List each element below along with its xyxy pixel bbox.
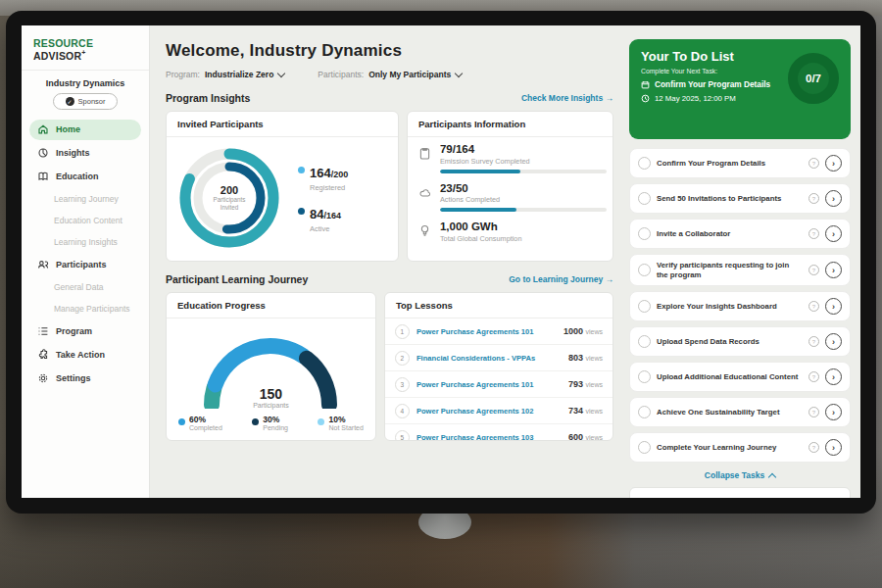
sidebar-item-participants[interactable]: Participants	[29, 255, 141, 275]
collapse-tasks-label: Collapse Tasks	[705, 470, 764, 480]
sidebar-item-learning-insights[interactable]: Learning Insights	[29, 233, 141, 252]
chevron-right-button[interactable]: ›	[825, 368, 842, 385]
sidebar-item-take-action[interactable]: Take Action	[29, 345, 141, 366]
lesson-link[interactable]: Power Purchase Agreements 103	[416, 433, 568, 442]
task-checkbox[interactable]	[638, 157, 651, 170]
legend-dot	[318, 418, 324, 425]
sidebar-item-home[interactable]: Home	[29, 120, 141, 140]
info-icon[interactable]: ?	[808, 193, 819, 204]
info-icon[interactable]: ?	[808, 442, 819, 453]
task-item[interactable]: Confirm Your Program Details ? ›	[629, 148, 851, 178]
check-more-insights-link[interactable]: Check More Insights →	[521, 93, 613, 103]
task-item[interactable]: Verify participants requesting to join t…	[629, 254, 851, 286]
gear-icon	[37, 372, 49, 384]
info-icon[interactable]: ?	[808, 336, 819, 347]
lesson-link[interactable]: Power Purchase Agreements 101	[416, 327, 564, 336]
task-item[interactable]: Invite a Collaborator ? ›	[629, 219, 851, 249]
info-icon[interactable]: ?	[808, 228, 819, 239]
info-icon[interactable]: ?	[808, 265, 819, 275]
recent-news-card: Recent News	[629, 487, 851, 498]
lesson-link[interactable]: Power Purchase Agreements 101	[416, 380, 568, 389]
todo-task-list: Confirm Your Program Details ? › Send 50…	[629, 148, 851, 463]
task-item[interactable]: Complete Your Learning Journey ? ›	[629, 432, 851, 463]
go-to-learning-journey-link[interactable]: Go to Learning Journey →	[509, 274, 613, 284]
task-checkbox[interactable]	[638, 264, 651, 276]
sidebar-item-label: Home	[56, 124, 80, 134]
app-logo: RESOURCE ADVISOR+	[22, 33, 149, 71]
task-checkbox[interactable]	[638, 406, 651, 418]
chevron-right-button[interactable]: ›	[825, 404, 842, 420]
task-label: Confirm Your Program Details	[657, 159, 803, 169]
info-icon[interactable]: ?	[808, 407, 819, 417]
program-dropdown[interactable]: Program: Industrialize Zero	[166, 70, 284, 79]
task-item[interactable]: Upload Spend Data Records ? ›	[629, 326, 851, 357]
task-checkbox[interactable]	[638, 441, 651, 454]
lesson-link[interactable]: Financial Considerations - VPPAs	[416, 354, 568, 363]
donut-center-value: 200	[220, 184, 238, 196]
participants-dropdown[interactable]: Participants: Only My Participants	[318, 70, 462, 79]
info-icon[interactable]: ?	[808, 371, 819, 382]
section-title: Program Insights	[166, 92, 250, 104]
sidebar-item-manage-participants[interactable]: Manage Participants	[29, 300, 141, 318]
task-checkbox[interactable]	[638, 335, 651, 348]
gauge-legend: 60% Completed 30% Pending 10% Not Starte…	[176, 409, 366, 431]
sidebar-item-education[interactable]: Education	[29, 167, 141, 187]
sidebar-item-education-content[interactable]: Education Content	[29, 212, 141, 230]
info-icon[interactable]: ?	[808, 301, 819, 312]
progress-bar	[440, 208, 607, 212]
sidebar-item-label: General Data	[54, 282, 104, 292]
sidebar-item-learning-journey[interactable]: Learning Journey	[29, 190, 141, 209]
sidebar-item-settings[interactable]: Settings	[29, 368, 141, 389]
collapse-tasks-link[interactable]: Collapse Tasks	[629, 470, 851, 480]
education-progress-card: Education Progress 150 Participants 60%	[166, 292, 376, 441]
chevron-right-button[interactable]: ›	[825, 155, 842, 172]
section-title: Participant Learning Journey	[166, 273, 308, 285]
task-item[interactable]: Upload Additional Educational Content ? …	[629, 362, 851, 392]
sidebar-item-general-data[interactable]: General Data	[29, 278, 141, 297]
sponsor-badge[interactable]: ✓ Sponsor	[53, 93, 118, 110]
task-checkbox[interactable]	[638, 370, 651, 383]
task-item[interactable]: Explore Your Insights Dashboard ? ›	[629, 291, 851, 321]
list-icon	[37, 325, 49, 337]
donut-center-label: 200 Participants Invited	[174, 143, 284, 253]
info-icon[interactable]: ?	[808, 158, 819, 169]
task-item[interactable]: Achieve One Sustainability Target ? ›	[629, 397, 851, 427]
calendar-icon	[641, 80, 650, 89]
chevron-right-button[interactable]: ›	[825, 190, 842, 207]
clock-icon	[641, 94, 650, 103]
legend-item-pending: 30% Pending	[252, 416, 288, 431]
sidebar-item-insights[interactable]: Insights	[29, 143, 141, 164]
chevron-right-button[interactable]: ›	[825, 298, 842, 315]
task-label: Invite a Collaborator	[657, 229, 803, 239]
stat-emission-survey: 79/164 Emission Survey Completed	[419, 143, 601, 173]
task-checkbox[interactable]	[638, 300, 651, 313]
chevron-right-button[interactable]: ›	[825, 333, 842, 350]
org-name: Industry Dynamics	[22, 78, 149, 88]
task-checkbox[interactable]	[638, 227, 651, 240]
chevron-right-button[interactable]: ›	[825, 225, 842, 242]
recent-news-title: Recent News	[641, 496, 839, 498]
stat-actions-completed: 23/50 Actions Completed	[419, 182, 601, 213]
chevron-down-icon	[277, 69, 285, 76]
task-label: Complete Your Learning Journey	[657, 443, 803, 453]
task-item[interactable]: Send 50 Invitations to Participants ? ›	[629, 183, 851, 214]
progress-fill	[440, 170, 520, 173]
lesson-views-word: views	[585, 328, 603, 335]
top-lessons-card: Top Lessons 1 Power Purchase Agreements …	[384, 292, 613, 441]
chevron-right-button[interactable]: ›	[825, 439, 842, 456]
lesson-views-count: 734	[568, 406, 583, 416]
participants-label: Participants:	[318, 70, 364, 79]
education-gauge-chart: 150 Participants	[187, 324, 354, 409]
lesson-link[interactable]: Power Purchase Agreements 102	[416, 407, 568, 416]
sidebar-item-program[interactable]: Program	[29, 321, 141, 342]
lesson-views-word: views	[585, 381, 603, 388]
lesson-row: 5 Power Purchase Agreements 103 600 view…	[385, 424, 612, 441]
stat-value: 79/164	[440, 143, 607, 156]
chevron-right-button[interactable]: ›	[825, 262, 842, 278]
task-checkbox[interactable]	[638, 192, 651, 205]
arrow-right-icon: →	[606, 274, 614, 284]
sponsor-icon: ✓	[66, 97, 74, 106]
monitor-bezel: RESOURCE ADVISOR+ Industry Dynamics ✓ Sp…	[6, 11, 876, 514]
book-icon	[37, 171, 49, 182]
lesson-row: 4 Power Purchase Agreements 102 734 view…	[385, 398, 612, 424]
